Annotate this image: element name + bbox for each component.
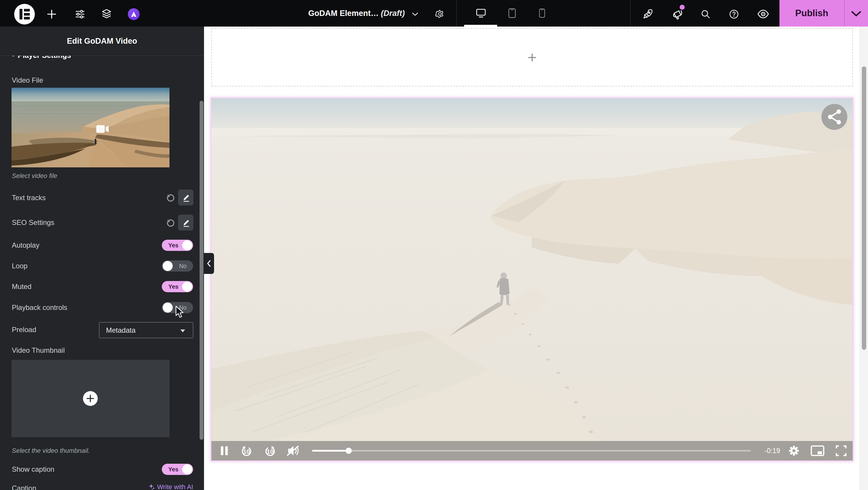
svg-text:10: 10 [267, 448, 273, 455]
svg-text:10: 10 [243, 448, 250, 455]
svg-text:-0:19: -0:19 [765, 447, 780, 455]
